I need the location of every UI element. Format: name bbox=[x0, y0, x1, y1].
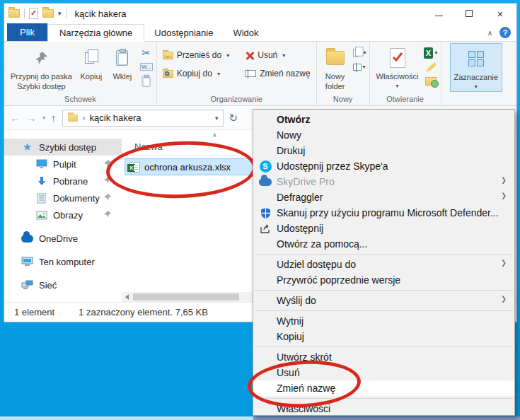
ribbon-group-clipboard: Przypnij do paskaSzybki dostęp Kopiuj Wk… bbox=[4, 42, 157, 105]
menu-separator bbox=[255, 346, 513, 347]
minimize-button[interactable] bbox=[435, 11, 443, 16]
menu-item-cut[interactable]: Wytnij bbox=[253, 313, 514, 329]
menu-item-open-with[interactable]: Otwórz za pomocą... bbox=[253, 236, 514, 252]
pin-icon bbox=[103, 159, 112, 168]
group-label-new: Nowy bbox=[320, 93, 366, 105]
new-item-icon[interactable]: ▾ bbox=[352, 61, 366, 73]
menu-item-share[interactable]: Udostępnij bbox=[253, 221, 514, 236]
maximize-button[interactable] bbox=[466, 10, 473, 17]
computer-icon bbox=[21, 256, 33, 267]
history-icon[interactable] bbox=[424, 75, 438, 87]
ribbon-group-new: Nowyfolder ▾ ▾ Nowy bbox=[317, 42, 370, 105]
sidebar-item-network[interactable]: Sieć bbox=[4, 276, 122, 293]
document-icon bbox=[35, 192, 47, 204]
window-title: kącik hakera bbox=[75, 8, 127, 19]
menu-item-open[interactable]: Otwórz bbox=[253, 112, 514, 127]
menu-item-send-to[interactable]: Wyślij do › bbox=[253, 293, 514, 308]
menu-item-delete[interactable]: Usuń bbox=[253, 365, 514, 380]
copy-to-button[interactable]: ⧉ Kopiuj do▾ bbox=[160, 67, 232, 80]
paste-shortcut-icon[interactable] bbox=[142, 76, 151, 86]
submenu-arrow-icon: › bbox=[502, 186, 506, 206]
onedrive-cloud-icon bbox=[21, 233, 33, 244]
collapse-ribbon-icon[interactable]: ∧ bbox=[487, 29, 492, 37]
copy-button[interactable]: Kopiuj bbox=[76, 43, 107, 83]
qat-dropdown-icon[interactable]: ▾ bbox=[58, 10, 62, 17]
new-folder-qat-icon[interactable] bbox=[42, 9, 54, 18]
back-icon[interactable]: ← bbox=[10, 112, 21, 124]
selection-grid-icon bbox=[468, 51, 484, 66]
group-label-organize: Organizowanie bbox=[160, 93, 313, 105]
sidebar-item-pictures[interactable]: Obrazy bbox=[4, 206, 122, 223]
sort-ascending-icon[interactable]: ∧ bbox=[212, 132, 217, 139]
menu-item-properties[interactable]: Właściwości bbox=[253, 401, 514, 416]
item-count: 1 element bbox=[14, 307, 54, 317]
up-icon[interactable]: ↑ bbox=[51, 112, 57, 124]
tab-home[interactable]: Narzędzia główne bbox=[47, 24, 144, 42]
context-menu: Otwórz Nowy Drukuj S Udostępnij przez Sk… bbox=[253, 109, 515, 416]
tab-share[interactable]: Udostępnianie bbox=[144, 25, 223, 41]
group-label-open: Otwieranie bbox=[373, 93, 438, 105]
easy-access-icon[interactable]: ▾ bbox=[352, 47, 366, 59]
menu-item-defraggler[interactable]: Defraggler › bbox=[253, 189, 514, 205]
sidebar-item-downloads[interactable]: Pobrane bbox=[4, 173, 122, 189]
ribbon-group-select: Zaznaczanie ▾ bbox=[441, 42, 505, 105]
window-controls: × bbox=[435, 8, 512, 18]
menu-item-new[interactable]: Nowy bbox=[253, 127, 514, 143]
properties-qat-icon[interactable] bbox=[29, 8, 38, 19]
address-folder-icon bbox=[68, 114, 78, 121]
tab-file[interactable]: Plik bbox=[7, 23, 47, 41]
tab-view[interactable]: Widok bbox=[223, 25, 268, 41]
dropdown-icon: ▾ bbox=[282, 52, 285, 59]
help-icon[interactable]: ? bbox=[499, 27, 511, 38]
menu-item-skydrive-pro[interactable]: SkyDrive Pro › bbox=[253, 174, 514, 189]
new-folder-button[interactable]: Nowyfolder bbox=[320, 43, 351, 93]
copy-path-icon[interactable]: W... bbox=[140, 63, 153, 71]
sidebar-item-quick-access[interactable]: ★ Szybki dostęp bbox=[4, 139, 122, 156]
titlebar: ▾ kącik hakera × bbox=[4, 4, 516, 23]
menu-item-rename[interactable]: Zmień nazwę bbox=[253, 380, 514, 396]
open-with-excel-icon[interactable]: X▾ bbox=[424, 47, 438, 59]
dropdown-icon: ▾ bbox=[226, 52, 229, 59]
scrollbar-thumb[interactable] bbox=[133, 293, 239, 301]
close-button[interactable]: × bbox=[495, 8, 505, 18]
sidebar-item-documents[interactable]: Dokumenty bbox=[4, 189, 122, 206]
menu-item-give-access[interactable]: Udziel dostępu do › bbox=[253, 257, 514, 272]
breadcrumb[interactable]: kącik hakera bbox=[90, 112, 141, 123]
skype-icon: S bbox=[260, 161, 272, 173]
menu-separator bbox=[255, 310, 513, 311]
recent-locations-icon[interactable]: ▾ bbox=[42, 115, 45, 121]
qat-separator bbox=[24, 8, 25, 18]
menu-item-share-skype[interactable]: S Udostępnij przez Skype'a bbox=[253, 158, 514, 174]
move-to-button[interactable]: ← Przenieś do▾ bbox=[160, 49, 232, 62]
new-folder-icon bbox=[326, 51, 345, 65]
menu-item-copy[interactable]: Kopiuj bbox=[253, 329, 514, 344]
properties-button[interactable]: Właściwości ▾ bbox=[373, 43, 422, 91]
rename-button[interactable]: Zmień nazwę bbox=[242, 67, 313, 80]
file-name: ochrona arkusza.xlsx bbox=[144, 162, 231, 173]
forward-icon[interactable]: → bbox=[26, 112, 37, 124]
edit-icon[interactable] bbox=[424, 61, 438, 73]
address-bar[interactable]: › kącik hakera ▾ bbox=[62, 110, 224, 127]
menu-item-create-shortcut[interactable]: Utwórz skrót bbox=[253, 349, 514, 365]
pin-icon bbox=[103, 210, 112, 218]
address-dropdown-icon[interactable]: ▾ bbox=[215, 115, 219, 122]
cut-icon[interactable]: ✂ bbox=[139, 47, 154, 59]
menu-item-scan-defender[interactable]: Skanuj przy użyciu programu Microsoft De… bbox=[253, 205, 514, 221]
delete-button[interactable]: Usuń▾ bbox=[242, 49, 313, 62]
menu-item-print[interactable]: Drukuj bbox=[253, 143, 514, 158]
menu-item-restore-versions[interactable]: Przywróć poprzednie wersje bbox=[253, 272, 514, 288]
sidebar-item-onedrive[interactable]: OneDrive bbox=[4, 230, 122, 247]
paste-button[interactable]: Wklej bbox=[107, 43, 138, 83]
file-item-selected[interactable]: ochrona arkusza.xlsx bbox=[125, 158, 253, 175]
column-header-name[interactable]: Nazwa bbox=[134, 141, 163, 152]
pushpin-icon bbox=[33, 46, 49, 70]
selection-button[interactable]: Zaznaczanie ▾ bbox=[450, 43, 502, 92]
horizontal-scrollbar[interactable] bbox=[122, 292, 253, 302]
copy-icon bbox=[85, 52, 94, 64]
pin-to-quick-access-button[interactable]: Przypnij do paskaSzybki dostęp bbox=[7, 43, 76, 93]
sidebar-item-this-pc[interactable]: Ten komputer bbox=[4, 253, 122, 270]
sidebar-item-desktop[interactable]: Pulpit bbox=[4, 156, 122, 173]
scroll-left-icon[interactable] bbox=[122, 292, 132, 302]
window-folder-icon bbox=[8, 9, 20, 18]
refresh-icon[interactable]: ↻ bbox=[229, 112, 238, 124]
